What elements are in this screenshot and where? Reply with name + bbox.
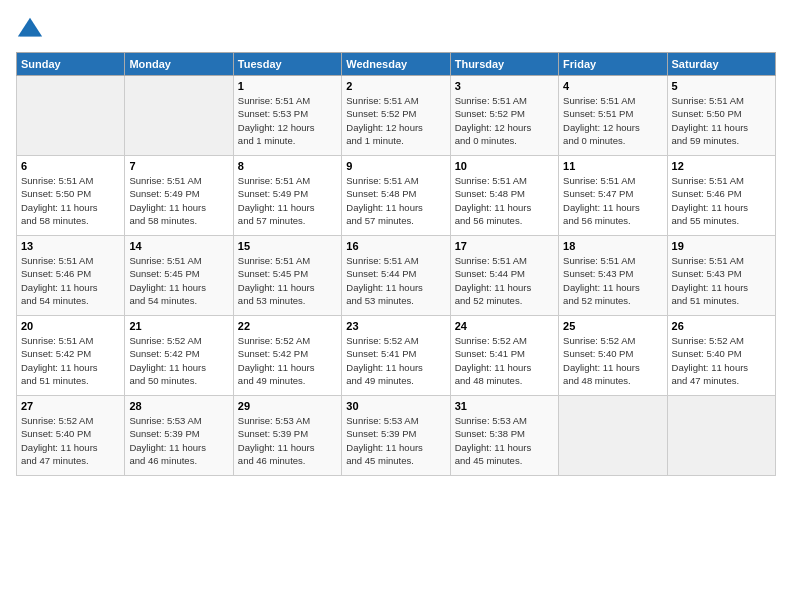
calendar-cell: 19Sunrise: 5:51 AM Sunset: 5:43 PM Dayli… [667,236,775,316]
day-detail: Sunrise: 5:53 AM Sunset: 5:39 PM Dayligh… [238,414,337,467]
calendar-cell: 21Sunrise: 5:52 AM Sunset: 5:42 PM Dayli… [125,316,233,396]
day-number: 31 [455,400,554,412]
day-number: 17 [455,240,554,252]
day-number: 19 [672,240,771,252]
day-detail: Sunrise: 5:51 AM Sunset: 5:49 PM Dayligh… [238,174,337,227]
day-detail: Sunrise: 5:52 AM Sunset: 5:40 PM Dayligh… [21,414,120,467]
calendar-cell: 1Sunrise: 5:51 AM Sunset: 5:53 PM Daylig… [233,76,341,156]
calendar-cell: 12Sunrise: 5:51 AM Sunset: 5:46 PM Dayli… [667,156,775,236]
day-detail: Sunrise: 5:51 AM Sunset: 5:48 PM Dayligh… [346,174,445,227]
calendar-cell [559,396,667,476]
day-number: 26 [672,320,771,332]
calendar-cell: 9Sunrise: 5:51 AM Sunset: 5:48 PM Daylig… [342,156,450,236]
calendar-cell: 25Sunrise: 5:52 AM Sunset: 5:40 PM Dayli… [559,316,667,396]
calendar-cell: 26Sunrise: 5:52 AM Sunset: 5:40 PM Dayli… [667,316,775,396]
column-header-friday: Friday [559,53,667,76]
day-number: 2 [346,80,445,92]
calendar-cell: 11Sunrise: 5:51 AM Sunset: 5:47 PM Dayli… [559,156,667,236]
day-number: 11 [563,160,662,172]
calendar-cell: 13Sunrise: 5:51 AM Sunset: 5:46 PM Dayli… [17,236,125,316]
day-detail: Sunrise: 5:51 AM Sunset: 5:44 PM Dayligh… [346,254,445,307]
calendar-cell: 4Sunrise: 5:51 AM Sunset: 5:51 PM Daylig… [559,76,667,156]
day-number: 1 [238,80,337,92]
day-detail: Sunrise: 5:53 AM Sunset: 5:39 PM Dayligh… [346,414,445,467]
column-header-sunday: Sunday [17,53,125,76]
day-number: 29 [238,400,337,412]
day-number: 21 [129,320,228,332]
calendar-cell: 29Sunrise: 5:53 AM Sunset: 5:39 PM Dayli… [233,396,341,476]
day-number: 23 [346,320,445,332]
calendar-week-row: 20Sunrise: 5:51 AM Sunset: 5:42 PM Dayli… [17,316,776,396]
day-detail: Sunrise: 5:53 AM Sunset: 5:39 PM Dayligh… [129,414,228,467]
day-number: 16 [346,240,445,252]
calendar-cell: 18Sunrise: 5:51 AM Sunset: 5:43 PM Dayli… [559,236,667,316]
calendar-header-row: SundayMondayTuesdayWednesdayThursdayFrid… [17,53,776,76]
calendar-cell: 10Sunrise: 5:51 AM Sunset: 5:48 PM Dayli… [450,156,558,236]
calendar-cell: 6Sunrise: 5:51 AM Sunset: 5:50 PM Daylig… [17,156,125,236]
day-detail: Sunrise: 5:51 AM Sunset: 5:49 PM Dayligh… [129,174,228,227]
day-number: 3 [455,80,554,92]
calendar-week-row: 27Sunrise: 5:52 AM Sunset: 5:40 PM Dayli… [17,396,776,476]
column-header-wednesday: Wednesday [342,53,450,76]
day-number: 27 [21,400,120,412]
column-header-thursday: Thursday [450,53,558,76]
day-number: 20 [21,320,120,332]
day-number: 6 [21,160,120,172]
day-detail: Sunrise: 5:52 AM Sunset: 5:40 PM Dayligh… [563,334,662,387]
day-number: 24 [455,320,554,332]
calendar-cell: 14Sunrise: 5:51 AM Sunset: 5:45 PM Dayli… [125,236,233,316]
day-detail: Sunrise: 5:53 AM Sunset: 5:38 PM Dayligh… [455,414,554,467]
calendar-cell: 20Sunrise: 5:51 AM Sunset: 5:42 PM Dayli… [17,316,125,396]
day-detail: Sunrise: 5:52 AM Sunset: 5:42 PM Dayligh… [129,334,228,387]
calendar-cell: 31Sunrise: 5:53 AM Sunset: 5:38 PM Dayli… [450,396,558,476]
day-detail: Sunrise: 5:52 AM Sunset: 5:41 PM Dayligh… [346,334,445,387]
day-number: 5 [672,80,771,92]
calendar-cell: 23Sunrise: 5:52 AM Sunset: 5:41 PM Dayli… [342,316,450,396]
day-number: 14 [129,240,228,252]
calendar-week-row: 1Sunrise: 5:51 AM Sunset: 5:53 PM Daylig… [17,76,776,156]
day-detail: Sunrise: 5:51 AM Sunset: 5:48 PM Dayligh… [455,174,554,227]
calendar-table: SundayMondayTuesdayWednesdayThursdayFrid… [16,52,776,476]
column-header-monday: Monday [125,53,233,76]
day-detail: Sunrise: 5:51 AM Sunset: 5:42 PM Dayligh… [21,334,120,387]
calendar-cell: 8Sunrise: 5:51 AM Sunset: 5:49 PM Daylig… [233,156,341,236]
day-number: 30 [346,400,445,412]
day-detail: Sunrise: 5:51 AM Sunset: 5:53 PM Dayligh… [238,94,337,147]
day-detail: Sunrise: 5:51 AM Sunset: 5:52 PM Dayligh… [346,94,445,147]
calendar-cell: 5Sunrise: 5:51 AM Sunset: 5:50 PM Daylig… [667,76,775,156]
day-number: 15 [238,240,337,252]
day-detail: Sunrise: 5:51 AM Sunset: 5:51 PM Dayligh… [563,94,662,147]
day-detail: Sunrise: 5:51 AM Sunset: 5:46 PM Dayligh… [21,254,120,307]
calendar-cell: 16Sunrise: 5:51 AM Sunset: 5:44 PM Dayli… [342,236,450,316]
day-number: 8 [238,160,337,172]
day-detail: Sunrise: 5:51 AM Sunset: 5:45 PM Dayligh… [129,254,228,307]
calendar-cell: 3Sunrise: 5:51 AM Sunset: 5:52 PM Daylig… [450,76,558,156]
day-number: 25 [563,320,662,332]
calendar-week-row: 6Sunrise: 5:51 AM Sunset: 5:50 PM Daylig… [17,156,776,236]
calendar-cell: 17Sunrise: 5:51 AM Sunset: 5:44 PM Dayli… [450,236,558,316]
calendar-cell: 27Sunrise: 5:52 AM Sunset: 5:40 PM Dayli… [17,396,125,476]
calendar-cell: 28Sunrise: 5:53 AM Sunset: 5:39 PM Dayli… [125,396,233,476]
day-detail: Sunrise: 5:51 AM Sunset: 5:52 PM Dayligh… [455,94,554,147]
calendar-cell: 7Sunrise: 5:51 AM Sunset: 5:49 PM Daylig… [125,156,233,236]
day-detail: Sunrise: 5:52 AM Sunset: 5:42 PM Dayligh… [238,334,337,387]
column-header-saturday: Saturday [667,53,775,76]
calendar-cell: 24Sunrise: 5:52 AM Sunset: 5:41 PM Dayli… [450,316,558,396]
day-number: 7 [129,160,228,172]
day-detail: Sunrise: 5:51 AM Sunset: 5:47 PM Dayligh… [563,174,662,227]
calendar-week-row: 13Sunrise: 5:51 AM Sunset: 5:46 PM Dayli… [17,236,776,316]
calendar-cell [17,76,125,156]
day-number: 22 [238,320,337,332]
day-number: 28 [129,400,228,412]
day-detail: Sunrise: 5:51 AM Sunset: 5:50 PM Dayligh… [672,94,771,147]
calendar-cell: 22Sunrise: 5:52 AM Sunset: 5:42 PM Dayli… [233,316,341,396]
day-detail: Sunrise: 5:51 AM Sunset: 5:45 PM Dayligh… [238,254,337,307]
day-number: 10 [455,160,554,172]
day-detail: Sunrise: 5:51 AM Sunset: 5:50 PM Dayligh… [21,174,120,227]
day-detail: Sunrise: 5:51 AM Sunset: 5:46 PM Dayligh… [672,174,771,227]
day-detail: Sunrise: 5:52 AM Sunset: 5:40 PM Dayligh… [672,334,771,387]
day-detail: Sunrise: 5:51 AM Sunset: 5:44 PM Dayligh… [455,254,554,307]
calendar-cell [667,396,775,476]
calendar-cell [125,76,233,156]
logo [16,16,48,44]
